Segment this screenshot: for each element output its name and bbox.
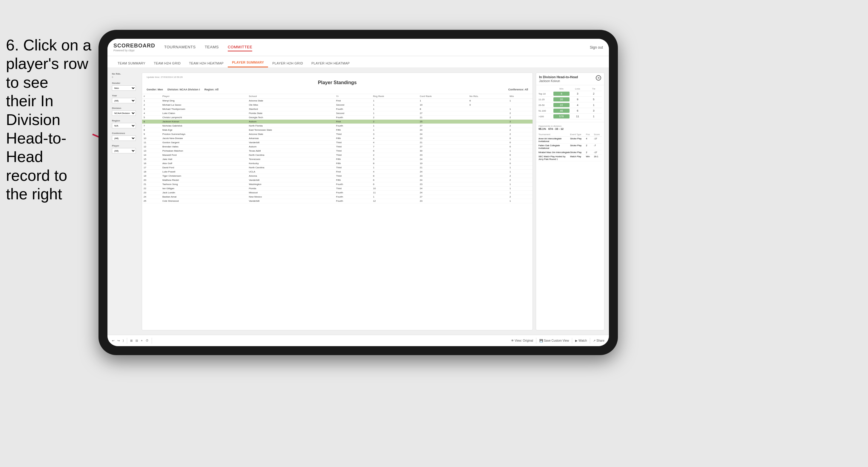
cell-win: 0	[508, 153, 532, 157]
conference-select[interactable]: (All)	[112, 135, 136, 141]
cell-no-rds	[468, 174, 508, 178]
copy-btn[interactable]: ⊞	[130, 339, 132, 342]
tab-player-h2h-grid[interactable]: PLAYER H2H GRID	[268, 59, 307, 67]
player-filter[interactable]: Player (All)	[112, 145, 139, 153]
cell-yr: Fifth	[335, 136, 372, 141]
cell-school: Ole Miss	[247, 103, 335, 107]
table-row[interactable]: 14 Maxwell Ford North Carolina Third 2 2…	[142, 153, 532, 157]
table-row[interactable]: 9 Preston Summerhays Arizona State Third…	[142, 132, 532, 136]
table-row[interactable]: 1 Wenyi Ding Arizona State First 1 1 6 1	[142, 99, 532, 103]
table-row[interactable]: 2 Michael La Sasso Ole Miss Second 1 19 …	[142, 103, 532, 107]
table-row[interactable]: 7 Nicholas Gabrielck North Florida Fourt…	[142, 124, 532, 128]
h2h-range: 51-100	[538, 110, 553, 112]
table-row[interactable]: 18 Luke Powell UCLA First 4 24 1	[142, 170, 532, 174]
col-reg-rank: Reg Rank	[372, 94, 418, 99]
h2h-range: >100	[538, 115, 553, 118]
table-row[interactable]: 23 Jack Lundin Missouri Fourth 11 24 1	[142, 191, 532, 195]
h2h-col-headers: Win Loss Tie	[538, 87, 602, 91]
table-row[interactable]: 3 Michael Thorbjornsen Stanford Fourth 1…	[142, 107, 532, 111]
cell-conf-rank: 27	[418, 124, 468, 128]
pos: 4	[586, 137, 594, 143]
cell-player: Jake Hall	[161, 157, 247, 161]
col-yr: Yr	[335, 94, 372, 99]
cell-num: 8	[142, 128, 161, 132]
cell-school: North Carolina	[247, 166, 335, 170]
cell-yr: Third	[335, 153, 372, 157]
cell-num: 23	[142, 191, 161, 195]
h2h-win: 22	[553, 103, 569, 107]
player-select[interactable]: (All)	[112, 148, 136, 153]
table-row[interactable]: 4 Luke Claton Florida State Second 1 27 …	[142, 111, 532, 116]
table-row[interactable]: 20 Matthew Riedel Vanderbilt Fifth 6 24 …	[142, 178, 532, 182]
share-btn[interactable]: ↗ Share	[593, 339, 604, 342]
table-row[interactable]: 24 Bastian Amat New Mexico Fourth 1 27 2	[142, 195, 532, 199]
wl-record: 98.1% 674 - 33 - 12	[538, 127, 602, 130]
cell-reg-rank: 2	[372, 116, 418, 120]
table-row[interactable]: 8 Mats Ege East Tennessee State Fifth 1 …	[142, 128, 532, 132]
gender-filter[interactable]: Gender Men	[112, 82, 139, 91]
undo-btn[interactable]: ↩	[112, 339, 114, 342]
table-row[interactable]: 25 Cole Sherwood Vanderbilt Fourth 12 23…	[142, 199, 532, 203]
h2h-win: 20	[553, 97, 569, 101]
table-row[interactable]: 13 Pichsakan Maichon Texas A&M Third 6 3…	[142, 149, 532, 153]
watch-btn[interactable]: ▶ Watch	[575, 339, 587, 342]
cell-win: 1	[508, 187, 532, 191]
save-icon: 💾	[539, 339, 543, 342]
table-row[interactable]: 17 David Ford North Carolina Third 1 21 …	[142, 166, 532, 170]
table-row[interactable]: 21 Taehoon Song Washington Fourth 6 23 1	[142, 182, 532, 187]
region-filter[interactable]: Region N/A	[112, 119, 139, 128]
table-row[interactable]: 12 Brendan Valles Auburn Third 7 27 0	[142, 145, 532, 149]
cell-yr: Fifth	[335, 157, 372, 161]
add-btn[interactable]: +	[141, 339, 143, 342]
score: -17	[594, 137, 602, 143]
cell-no-rds	[468, 166, 508, 170]
tab-team-summary[interactable]: TEAM SUMMARY	[114, 59, 150, 67]
table-row[interactable]: 10 Jacob New-Diveaw Arkansas Fifth 4 23 …	[142, 136, 532, 141]
cell-reg-rank: 5	[372, 157, 418, 161]
year-filter[interactable]: Year (All)	[112, 94, 139, 103]
save-custom-btn[interactable]: 💾 Save Custom View	[539, 339, 569, 342]
forward-btn[interactable]: ⟩	[123, 339, 124, 342]
redo-btn[interactable]: ↪	[117, 339, 120, 342]
cell-player: Mats Ege	[161, 128, 247, 132]
table-row[interactable]: 16 Alex Goff Kentucky Fifth 8 19 0	[142, 161, 532, 166]
table-row[interactable]: 6 Jackson Koivun Auburn First 2 25 2	[142, 120, 532, 124]
region-select[interactable]: N/A	[112, 123, 136, 128]
nav-committee[interactable]: COMMITTEE	[228, 43, 252, 51]
table-row[interactable]: 22 Ian Gilligan Florida Third 10 24 1	[142, 187, 532, 191]
tab-player-h2h-heatmap[interactable]: PLAYER H2H HEATMAP	[307, 59, 354, 67]
cell-conf-rank: 23	[418, 153, 468, 157]
tournament-row: Amer Ari Intercollegiate Invitational St…	[538, 137, 602, 144]
table-row[interactable]: 19 Tiger Christensen Arizona Third 8 23 …	[142, 174, 532, 178]
division-filter[interactable]: Division NCAA Division I	[112, 107, 139, 116]
table-row[interactable]: 15 Jake Hall Tennessee Fifth 5 24 1	[142, 157, 532, 161]
cell-win: 2	[508, 174, 532, 178]
division-select[interactable]: NCAA Division I	[112, 111, 136, 116]
table-row[interactable]: 5 Christo Lamprecht Georgia Tech Fourth …	[142, 116, 532, 120]
cell-school: Auburn	[247, 120, 335, 124]
nav-tournaments[interactable]: TOURNAMENTS	[164, 43, 196, 51]
data-panel-header: Update time: 27/03/2024 16:56:26 Player …	[142, 73, 532, 94]
tab-team-h2h-heatmap[interactable]: TEAM H2H HEATMAP	[185, 59, 228, 67]
year-select[interactable]: (All)	[112, 98, 136, 103]
cell-yr: Fourth	[335, 107, 372, 111]
sign-out-button[interactable]: Sign out	[590, 45, 603, 50]
clock-btn[interactable]: ⏱	[146, 339, 149, 342]
tab-team-h2h-grid[interactable]: TEAM H2H GRID	[150, 59, 185, 67]
h2h-loss: 3	[569, 92, 586, 96]
cell-school: Arizona	[247, 174, 335, 178]
h2h-win: 8	[553, 92, 569, 96]
cell-conf-rank: 23	[418, 199, 468, 203]
cell-num: 10	[142, 136, 161, 141]
view-original-btn[interactable]: 👁 View: Original	[511, 339, 533, 342]
nav-teams[interactable]: TEAMS	[205, 43, 219, 51]
logo-area: SCOREBOARD Powered by clippi	[114, 43, 155, 52]
tab-player-summary[interactable]: PLAYER SUMMARY	[228, 58, 268, 67]
paste-btn[interactable]: ⊟	[135, 339, 138, 342]
conference-filter[interactable]: Conference (All)	[112, 132, 139, 141]
h2h-close-button[interactable]: ✕	[596, 75, 601, 81]
table-row[interactable]: 11 Gordon Sargent Vanderbilt Third 4 21 …	[142, 141, 532, 145]
separator-3	[536, 338, 536, 344]
cell-no-rds	[468, 136, 508, 141]
gender-select[interactable]: Men	[112, 85, 136, 91]
